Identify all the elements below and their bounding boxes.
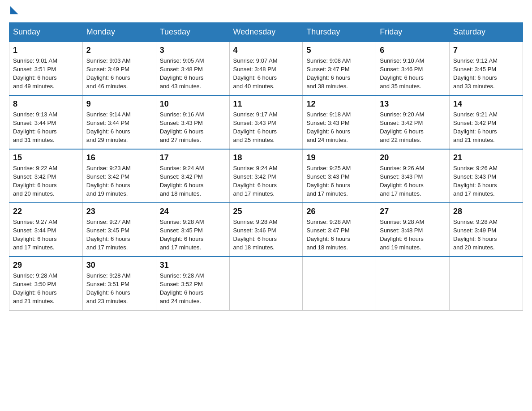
day-info: Sunrise: 9:25 AMSunset: 3:43 PMDaylight:…	[306, 164, 372, 198]
table-row: 18 Sunrise: 9:24 AMSunset: 3:42 PMDaylig…	[229, 149, 303, 203]
day-info: Sunrise: 9:28 AMSunset: 3:45 PMDaylight:…	[160, 218, 226, 252]
day-info: Sunrise: 9:28 AMSunset: 3:47 PMDaylight:…	[306, 218, 372, 252]
table-row: 30 Sunrise: 9:28 AMSunset: 3:51 PMDaylig…	[82, 257, 156, 310]
day-info: Sunrise: 9:24 AMSunset: 3:42 PMDaylight:…	[160, 164, 226, 198]
logo-triangle-icon	[10, 6, 18, 14]
header-row: SundayMondayTuesdayWednesdayThursdayFrid…	[9, 23, 523, 42]
day-number: 18	[233, 153, 299, 163]
logo	[9, 9, 19, 13]
table-row: 24 Sunrise: 9:28 AMSunset: 3:45 PMDaylig…	[156, 203, 229, 257]
day-number: 27	[380, 207, 446, 216]
week-row-1: 1 Sunrise: 9:01 AMSunset: 3:51 PMDayligh…	[9, 42, 523, 95]
day-info: Sunrise: 9:03 AMSunset: 3:49 PMDaylight:…	[86, 57, 152, 90]
day-number: 28	[453, 207, 519, 216]
day-number: 17	[160, 153, 226, 163]
day-number: 31	[160, 261, 226, 270]
day-info: Sunrise: 9:08 AMSunset: 3:47 PMDaylight:…	[306, 57, 372, 90]
table-row: 16 Sunrise: 9:23 AMSunset: 3:42 PMDaylig…	[82, 149, 156, 203]
day-info: Sunrise: 9:22 AMSunset: 3:42 PMDaylight:…	[13, 164, 79, 198]
week-row-5: 29 Sunrise: 9:28 AMSunset: 3:50 PMDaylig…	[9, 257, 523, 310]
col-header-saturday: Saturday	[450, 23, 523, 42]
day-number: 21	[453, 153, 519, 163]
table-row: 21 Sunrise: 9:26 AMSunset: 3:43 PMDaylig…	[450, 149, 523, 203]
table-row: 23 Sunrise: 9:27 AMSunset: 3:45 PMDaylig…	[82, 203, 156, 257]
day-info: Sunrise: 9:21 AMSunset: 3:42 PMDaylight:…	[453, 111, 519, 144]
table-row	[450, 257, 523, 310]
table-row: 28 Sunrise: 9:28 AMSunset: 3:49 PMDaylig…	[450, 203, 523, 257]
day-number: 5	[306, 46, 372, 55]
table-row: 25 Sunrise: 9:28 AMSunset: 3:46 PMDaylig…	[229, 203, 303, 257]
col-header-monday: Monday	[82, 23, 156, 42]
day-info: Sunrise: 9:24 AMSunset: 3:42 PMDaylight:…	[233, 164, 299, 198]
table-row	[376, 257, 450, 310]
table-row: 27 Sunrise: 9:28 AMSunset: 3:48 PMDaylig…	[376, 203, 450, 257]
table-row: 1 Sunrise: 9:01 AMSunset: 3:51 PMDayligh…	[9, 42, 83, 95]
week-row-4: 22 Sunrise: 9:27 AMSunset: 3:44 PMDaylig…	[9, 203, 523, 257]
day-number: 19	[306, 153, 372, 163]
day-number: 24	[160, 207, 226, 216]
table-row: 4 Sunrise: 9:07 AMSunset: 3:48 PMDayligh…	[229, 42, 303, 95]
day-info: Sunrise: 9:26 AMSunset: 3:43 PMDaylight:…	[380, 164, 446, 198]
day-info: Sunrise: 9:28 AMSunset: 3:48 PMDaylight:…	[380, 218, 446, 252]
day-number: 8	[13, 99, 79, 109]
day-info: Sunrise: 9:07 AMSunset: 3:48 PMDaylight:…	[233, 57, 299, 90]
table-row: 5 Sunrise: 9:08 AMSunset: 3:47 PMDayligh…	[303, 42, 376, 95]
day-info: Sunrise: 9:16 AMSunset: 3:43 PMDaylight:…	[160, 111, 226, 144]
day-number: 10	[160, 99, 226, 109]
week-row-3: 15 Sunrise: 9:22 AMSunset: 3:42 PMDaylig…	[9, 149, 523, 203]
table-row	[229, 257, 303, 310]
day-info: Sunrise: 9:14 AMSunset: 3:44 PMDaylight:…	[86, 111, 152, 144]
table-row: 10 Sunrise: 9:16 AMSunset: 3:43 PMDaylig…	[156, 95, 229, 149]
table-row: 31 Sunrise: 9:28 AMSunset: 3:52 PMDaylig…	[156, 257, 229, 310]
day-number: 14	[453, 99, 519, 109]
day-number: 1	[13, 46, 79, 55]
calendar-table: SundayMondayTuesdayWednesdayThursdayFrid…	[9, 22, 523, 311]
day-number: 30	[86, 261, 152, 270]
table-row: 12 Sunrise: 9:18 AMSunset: 3:43 PMDaylig…	[303, 95, 376, 149]
day-number: 23	[86, 207, 152, 216]
table-row: 13 Sunrise: 9:20 AMSunset: 3:42 PMDaylig…	[376, 95, 450, 149]
day-number: 15	[13, 153, 79, 163]
day-info: Sunrise: 9:28 AMSunset: 3:50 PMDaylight:…	[13, 272, 79, 305]
day-info: Sunrise: 9:18 AMSunset: 3:43 PMDaylight:…	[306, 111, 372, 144]
table-row: 26 Sunrise: 9:28 AMSunset: 3:47 PMDaylig…	[303, 203, 376, 257]
day-number: 7	[453, 46, 519, 55]
table-row: 15 Sunrise: 9:22 AMSunset: 3:42 PMDaylig…	[9, 149, 83, 203]
table-row: 8 Sunrise: 9:13 AMSunset: 3:44 PMDayligh…	[9, 95, 83, 149]
table-row: 3 Sunrise: 9:05 AMSunset: 3:48 PMDayligh…	[156, 42, 229, 95]
day-number: 25	[233, 207, 299, 216]
day-info: Sunrise: 9:27 AMSunset: 3:45 PMDaylight:…	[86, 218, 152, 252]
day-number: 20	[380, 153, 446, 163]
day-number: 4	[233, 46, 299, 55]
table-row: 2 Sunrise: 9:03 AMSunset: 3:49 PMDayligh…	[82, 42, 156, 95]
day-info: Sunrise: 9:01 AMSunset: 3:51 PMDaylight:…	[13, 57, 79, 90]
col-header-friday: Friday	[376, 23, 450, 42]
day-info: Sunrise: 9:28 AMSunset: 3:51 PMDaylight:…	[86, 272, 152, 305]
table-row: 11 Sunrise: 9:17 AMSunset: 3:43 PMDaylig…	[229, 95, 303, 149]
table-row: 29 Sunrise: 9:28 AMSunset: 3:50 PMDaylig…	[9, 257, 83, 310]
col-header-sunday: Sunday	[9, 23, 83, 42]
table-row	[303, 257, 376, 310]
day-info: Sunrise: 9:05 AMSunset: 3:48 PMDaylight:…	[160, 57, 226, 90]
day-info: Sunrise: 9:13 AMSunset: 3:44 PMDaylight:…	[13, 111, 79, 144]
day-number: 6	[380, 46, 446, 55]
table-row: 14 Sunrise: 9:21 AMSunset: 3:42 PMDaylig…	[450, 95, 523, 149]
table-row: 7 Sunrise: 9:12 AMSunset: 3:45 PMDayligh…	[450, 42, 523, 95]
day-info: Sunrise: 9:12 AMSunset: 3:45 PMDaylight:…	[453, 57, 519, 90]
day-info: Sunrise: 9:28 AMSunset: 3:49 PMDaylight:…	[453, 218, 519, 252]
table-row: 22 Sunrise: 9:27 AMSunset: 3:44 PMDaylig…	[9, 203, 83, 257]
table-row: 6 Sunrise: 9:10 AMSunset: 3:46 PMDayligh…	[376, 42, 450, 95]
day-info: Sunrise: 9:28 AMSunset: 3:52 PMDaylight:…	[160, 272, 226, 305]
day-info: Sunrise: 9:17 AMSunset: 3:43 PMDaylight:…	[233, 111, 299, 144]
day-number: 12	[306, 99, 372, 109]
col-header-tuesday: Tuesday	[156, 23, 229, 42]
day-number: 3	[160, 46, 226, 55]
day-number: 11	[233, 99, 299, 109]
day-number: 9	[86, 99, 152, 109]
table-row: 17 Sunrise: 9:24 AMSunset: 3:42 PMDaylig…	[156, 149, 229, 203]
week-row-2: 8 Sunrise: 9:13 AMSunset: 3:44 PMDayligh…	[9, 95, 523, 149]
table-row: 19 Sunrise: 9:25 AMSunset: 3:43 PMDaylig…	[303, 149, 376, 203]
col-header-wednesday: Wednesday	[229, 23, 303, 42]
day-number: 13	[380, 99, 446, 109]
day-info: Sunrise: 9:27 AMSunset: 3:44 PMDaylight:…	[13, 218, 79, 252]
